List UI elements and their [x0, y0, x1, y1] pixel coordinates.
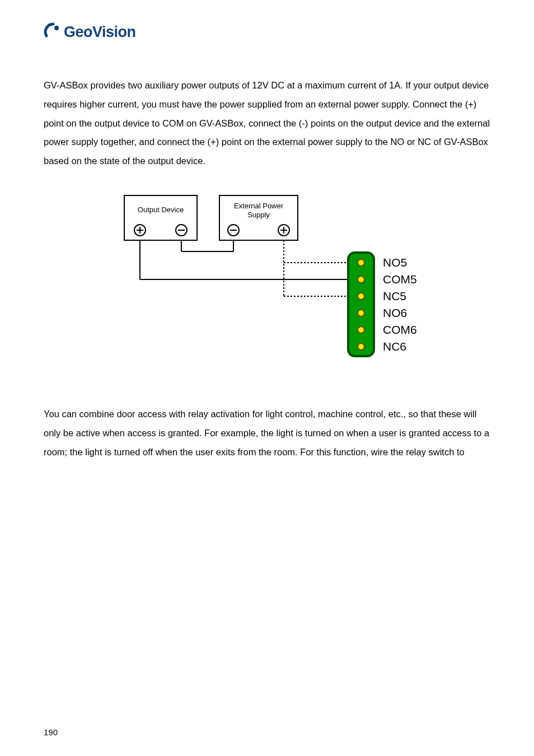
- svg-point-24: [358, 276, 364, 283]
- external-power-label-1: External Power: [234, 202, 284, 210]
- output-device-label: Output Device: [138, 206, 184, 214]
- logo: GeoVision: [44, 22, 490, 41]
- terminal-label-nc6: NC6: [383, 340, 406, 353]
- page-number: 190: [44, 727, 58, 737]
- geovision-logo-icon: [44, 22, 63, 41]
- svg-point-27: [358, 326, 364, 333]
- body-paragraph-2: You can combine door access with relay a…: [44, 405, 490, 461]
- external-power-label-2: Supply: [247, 211, 270, 219]
- svg-point-25: [358, 293, 364, 300]
- logo-text: GeoVision: [64, 24, 136, 41]
- terminal-label-no5: NO5: [383, 256, 407, 269]
- terminal-label-com6: COM6: [383, 323, 417, 336]
- svg-point-23: [358, 259, 364, 266]
- svg-point-28: [358, 343, 364, 350]
- svg-point-26: [358, 310, 364, 316]
- terminal-label-nc5: NC5: [383, 290, 406, 302]
- terminal-label-com5: COM5: [383, 273, 417, 286]
- body-paragraph-1: GV-ASBox provides two auxiliary power ou…: [44, 76, 490, 171]
- wiring-diagram: Output Device External Power Supply NO5 …: [102, 190, 432, 363]
- terminal-label-no6: NO6: [383, 306, 407, 319]
- svg-rect-22: [348, 253, 374, 356]
- svg-point-0: [54, 26, 59, 30]
